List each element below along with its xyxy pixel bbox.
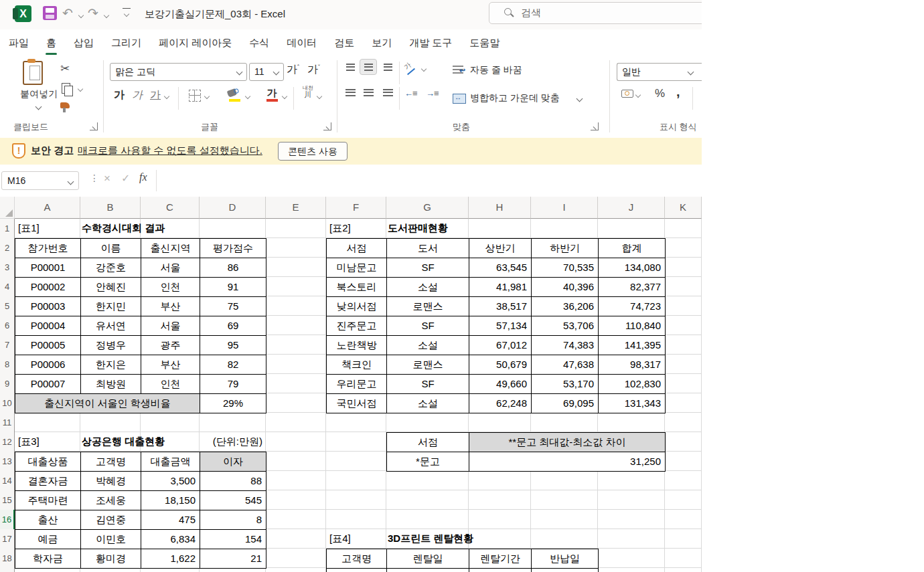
cell-F10[interactable]: 국민서점 <box>326 393 387 413</box>
row-header-17[interactable]: 17 <box>0 529 15 549</box>
font-dialog-launcher-icon[interactable] <box>323 122 331 130</box>
cell-B6[interactable]: 유서연 <box>80 316 141 336</box>
number-format-select[interactable]: 일반 <box>617 63 702 81</box>
borders-chevron-icon[interactable] <box>204 94 210 99</box>
cell-A4[interactable]: P00002 <box>15 277 81 297</box>
redo-chevron-icon[interactable] <box>104 13 109 18</box>
tab-4[interactable]: 페이지 레이아웃 <box>150 29 240 56</box>
font-size-select[interactable]: 11 <box>249 63 284 81</box>
cell-C6[interactable]: 서울 <box>141 316 200 336</box>
redo-icon[interactable]: ↷ <box>88 5 98 21</box>
increase-indent-icon[interactable]: →≡ <box>426 88 439 98</box>
cell-D14[interactable]: 88 <box>200 471 266 491</box>
cell-G2[interactable]: 도서 <box>386 238 469 258</box>
row-header-18[interactable]: 18 <box>0 549 15 569</box>
cell-A18[interactable]: 학자금 <box>15 549 81 569</box>
cell-C14[interactable]: 3,500 <box>141 471 200 491</box>
cell-F5[interactable]: 낮의서점 <box>326 296 387 316</box>
column-header-H[interactable]: H <box>469 197 531 219</box>
security-warning-message[interactable]: 매크로를 사용할 수 없도록 설정했습니다. <box>78 145 262 157</box>
tab-3[interactable]: 그리기 <box>102 29 150 56</box>
cell-C13[interactable]: 대출금액 <box>141 452 200 472</box>
tab-7[interactable]: 검토 <box>325 29 363 56</box>
cell-D2[interactable]: 평가점수 <box>200 238 266 258</box>
column-header-I[interactable]: I <box>531 197 598 219</box>
cell-A8[interactable]: P00006 <box>15 355 81 375</box>
cell-C15[interactable]: 18,150 <box>141 490 200 510</box>
cell-F3[interactable]: 미남문고 <box>326 258 387 278</box>
tab-9[interactable]: 개발 도구 <box>400 29 461 56</box>
cell-B8[interactable]: 한지은 <box>80 355 141 375</box>
save-icon[interactable] <box>43 6 57 20</box>
tab-1[interactable]: 홈 <box>37 29 65 56</box>
cell-D18[interactable]: 21 <box>200 549 266 569</box>
cell-D4[interactable]: 91 <box>200 277 266 297</box>
cell-D17[interactable]: 154 <box>200 529 266 549</box>
phonetic-chevron-icon[interactable] <box>317 94 322 99</box>
cell-G5[interactable]: 로맨스 <box>386 296 469 316</box>
accounting-chevron-icon[interactable] <box>635 92 641 98</box>
row-header-19[interactable]: 19 <box>0 568 15 572</box>
tab-8[interactable]: 보기 <box>363 29 400 56</box>
cell-C8[interactable]: 부산 <box>141 355 200 375</box>
cell-F4[interactable]: 북스토리 <box>326 277 387 297</box>
row-header-2[interactable]: 2 <box>0 238 15 258</box>
cell-B15[interactable]: 조세웅 <box>80 490 141 510</box>
column-header-J[interactable]: J <box>598 197 665 219</box>
wrap-text-icon[interactable] <box>453 66 463 76</box>
column-header-E[interactable]: E <box>266 197 326 219</box>
cell-B16[interactable]: 김연중 <box>80 510 141 530</box>
cell-D3[interactable]: 86 <box>200 258 266 278</box>
cell-D7[interactable]: 95 <box>200 335 266 355</box>
cell-B5[interactable]: 한지민 <box>80 296 141 316</box>
cell-D8[interactable]: 82 <box>200 355 266 375</box>
row-header-12[interactable]: 12 <box>0 432 15 452</box>
tab-5[interactable]: 수식 <box>240 29 278 56</box>
underline-button[interactable]: 가 <box>150 88 161 102</box>
cell-C16[interactable]: 475 <box>141 510 200 530</box>
cell-A5[interactable]: P00003 <box>15 296 81 316</box>
copy-icon[interactable] <box>62 83 70 94</box>
cell-H10[interactable]: 62,248 <box>469 393 532 413</box>
cell-I2[interactable]: 하반기 <box>531 238 599 258</box>
cell-H3[interactable]: 63,545 <box>469 258 532 278</box>
cell-B9[interactable]: 최방원 <box>80 374 141 394</box>
cell-D6[interactable]: 69 <box>200 316 266 336</box>
merge-center-chevron-icon[interactable] <box>576 96 583 102</box>
cell-H2[interactable]: 상반기 <box>469 238 532 258</box>
cell-I10[interactable]: 69,095 <box>531 393 599 413</box>
row-header-9[interactable]: 9 <box>0 374 15 394</box>
paste-button[interactable]: 붙여넣기 <box>9 88 68 100</box>
row-header-8[interactable]: 8 <box>0 355 15 375</box>
cell-C4[interactable]: 인천 <box>141 277 200 297</box>
cell-B12[interactable]: 상공은행 대출현황 <box>80 432 141 452</box>
row-header-14[interactable]: 14 <box>0 471 15 491</box>
cell-C17[interactable]: 6,834 <box>141 529 200 549</box>
cell-D10[interactable]: 29% <box>200 393 266 413</box>
cell-J3[interactable]: 134,080 <box>598 258 666 278</box>
row-header-4[interactable]: 4 <box>0 277 15 297</box>
fill-color-icon[interactable] <box>228 88 241 98</box>
decrease-indent-icon[interactable]: ←≡ <box>404 88 417 98</box>
cell-G13[interactable]: *문고 <box>386 452 469 472</box>
row-header-1[interactable]: 1 <box>0 219 15 239</box>
merge-center-button[interactable]: 병합하고 가운데 맞춤 <box>470 92 560 104</box>
cell-J7[interactable]: 141,395 <box>598 335 666 355</box>
tab-6[interactable]: 데이터 <box>278 29 325 56</box>
cell-F9[interactable]: 우리문고 <box>326 374 387 394</box>
cell-H4[interactable]: 41,981 <box>469 277 532 297</box>
increase-font-icon[interactable]: 가ˆ <box>287 63 299 77</box>
cell-G10[interactable]: 소설 <box>386 393 469 413</box>
enter-icon[interactable]: ✓ <box>121 172 130 185</box>
customize-toolbar-chevron-icon[interactable] <box>124 11 129 17</box>
select-all-corner[interactable] <box>0 197 15 219</box>
cell-H7[interactable]: 67,012 <box>469 335 532 355</box>
cell-D15[interactable]: 545 <box>200 490 266 510</box>
percent-style-icon[interactable]: % <box>655 87 665 100</box>
cell-G7[interactable]: 소설 <box>386 335 469 355</box>
font-name-select[interactable]: 맑은 고딕 <box>110 63 247 81</box>
paste-icon[interactable] <box>23 61 43 85</box>
cell-J5[interactable]: 74,723 <box>598 296 666 316</box>
row-header-13[interactable]: 13 <box>0 452 15 472</box>
cell-I18[interactable]: 반납일 <box>531 549 599 569</box>
